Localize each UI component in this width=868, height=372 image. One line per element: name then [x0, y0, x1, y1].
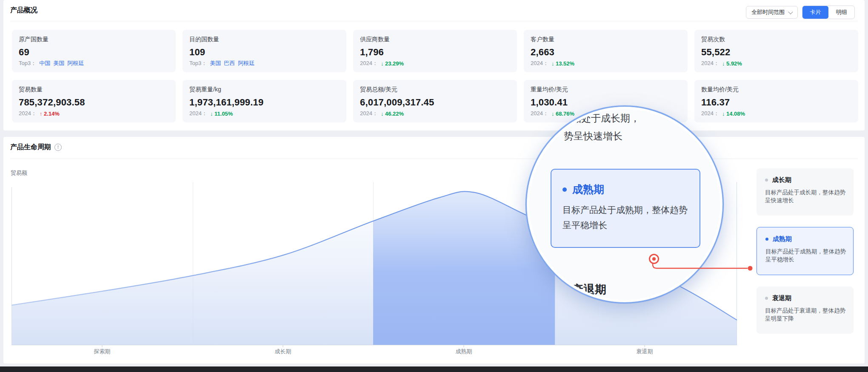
lifecycle-card-maturity-selected[interactable]: 成熟期 目标产品处于成熟期，整体趋势呈平稳增长 — [757, 227, 854, 275]
stat-yoy: 2024： ↓ 68.76% — [531, 110, 574, 117]
lifecycle-card-title-row: 成长期 — [765, 176, 845, 184]
stat-card-trade-count: 贸易次数 55,522 2024： ↓ 5.92% — [694, 30, 858, 72]
trend-value: ↓ 5.92% — [722, 60, 742, 67]
stat-value: 785,372,903.58 — [19, 97, 169, 108]
country-link[interactable]: 美国 — [210, 60, 221, 67]
lifecycle-card-title: 成熟期 — [773, 235, 792, 243]
view-toggle: 卡片 明细 — [802, 6, 855, 19]
stage-label-growth: 成长期 — [266, 348, 300, 355]
country-link[interactable]: 美国 — [53, 60, 64, 67]
stage-dot-icon — [765, 238, 768, 241]
stage-label-maturity: 成熟期 — [447, 348, 481, 355]
time-range-value: 全部时间范围 — [751, 9, 785, 16]
stat-yoy: 2024： ↓ 23.29% — [360, 60, 404, 67]
chart-y-axis-label: 贸易额 — [11, 169, 27, 177]
magnified-growth-text-line2: 势呈快速增长 — [564, 130, 622, 143]
stage-label-decline: 衰退期 — [628, 348, 662, 355]
stat-value: 1,796 — [360, 47, 510, 58]
lifecycle-card-title-row: 成熟期 — [765, 235, 845, 243]
stat-label: 重量均价/美元 — [531, 86, 681, 94]
stat-yoy: 2024： ↓ 13.52% — [531, 60, 574, 67]
anchor-ring-icon — [649, 254, 659, 264]
lifecycle-card-growth[interactable]: 成长期 目标产品处于成长期，整体趋势呈快速增长 — [757, 168, 854, 216]
stat-top3: Top3： 美国 巴西 阿根廷 — [189, 60, 254, 67]
stat-label: 贸易数量 — [19, 86, 169, 94]
magnified-card-desc: 目标产品处于成熟期，整体趋势呈平稳增长 — [562, 202, 688, 233]
stat-value: 55,522 — [701, 47, 851, 58]
overview-controls: 全部时间范围 卡片 明细 — [746, 6, 855, 19]
year-label: 2024： — [19, 110, 37, 117]
stat-value: 1,030.41 — [531, 97, 681, 108]
divider — [10, 21, 858, 21]
product-overview-panel: 产品概况 全部时间范围 卡片 明细 原产国数量 69 Top3： 中国 美国 阿… — [3, 0, 865, 131]
country-link[interactable]: 阿根廷 — [67, 60, 84, 67]
year-label: 2024： — [531, 60, 548, 67]
lifecycle-card-desc: 目标产品处于衰退期，整体趋势呈明显下降 — [765, 307, 846, 323]
stat-value: 6,017,009,317.45 — [360, 97, 510, 108]
magnified-card-title-row: 成熟期 — [562, 182, 688, 196]
stat-label: 贸易次数 — [701, 36, 851, 43]
stat-yoy: 2024： ↑ 2.14% — [19, 110, 60, 117]
stat-value: 2,663 — [531, 47, 681, 58]
stage-label-exploration: 探索期 — [85, 348, 119, 355]
view-toggle-detail-button[interactable]: 明细 — [828, 6, 854, 19]
stat-label: 数量均价/美元 — [701, 86, 851, 94]
lifecycle-title-row: 产品生命周期 ! — [10, 143, 62, 152]
view-toggle-card-button[interactable]: 卡片 — [802, 6, 828, 19]
trend-value: ↓ 46.22% — [381, 111, 404, 117]
stat-card-trade-amount: 贸易总额/美元 6,017,009,317.45 2024： ↓ 46.22% — [353, 80, 517, 122]
top3-label: Top3： — [19, 60, 36, 67]
lifecycle-card-desc: 目标产品处于成长期，整体趋势呈快速增长 — [765, 188, 846, 204]
year-label: 2024： — [360, 110, 378, 117]
stat-yoy: 2024： ↓ 14.08% — [701, 110, 745, 117]
year-label: 2024： — [531, 110, 548, 117]
stat-label: 目的国数量 — [189, 36, 340, 43]
country-link[interactable]: 中国 — [39, 60, 50, 67]
year-label: 2024： — [701, 110, 719, 117]
country-link[interactable]: 阿根廷 — [238, 60, 254, 67]
year-label: 2024： — [360, 60, 378, 67]
country-link[interactable]: 巴西 — [224, 60, 235, 67]
stage-dot-icon — [765, 179, 768, 182]
stage-dot-icon — [765, 297, 768, 300]
lifecycle-card-decline[interactable]: 衰退期 目标产品处于衰退期，整体趋势呈明显下降 — [757, 287, 854, 334]
trend-value: ↓ 14.08% — [722, 111, 745, 117]
magnified-maturity-card: 成熟期 目标产品处于成熟期，整体趋势呈平稳增长 — [551, 169, 700, 248]
lifecycle-card-desc: 目标产品处于成熟期，整体趋势呈平稳增长 — [765, 247, 846, 264]
trend-value: ↑ 2.14% — [40, 111, 60, 117]
stat-value: 1,973,161,999.19 — [189, 97, 340, 108]
bottom-window-edge — [0, 366, 868, 372]
info-icon[interactable]: ! — [54, 144, 62, 151]
trend-value: ↓ 68.76% — [551, 111, 574, 117]
product-lifecycle-panel: 产品生命周期 ! 贸易额 — [3, 137, 865, 363]
lifecycle-card-title: 衰退期 — [772, 294, 791, 302]
magnifier-content: 品处于成长期， 势呈快速增长 成熟期 目标产品处于成熟期，整体趋势呈平稳增长 衰… — [529, 109, 720, 300]
stat-card-customers: 客户数量 2,663 2024： ↓ 13.52% — [524, 30, 688, 72]
stat-card-trade-quantity: 贸易数量 785,372,903.58 2024： ↑ 2.14% — [12, 80, 176, 122]
trend-value: ↓ 23.29% — [381, 60, 404, 67]
stat-card-suppliers: 供应商数量 1,796 2024： ↓ 23.29% — [353, 30, 517, 72]
stat-card-trade-weight: 贸易重量/kg 1,973,161,999.19 2024： ↓ 11.05% — [183, 80, 346, 122]
stat-label: 贸易总额/美元 — [360, 86, 510, 94]
dashboard-page: 产品概况 全部时间范围 卡片 明细 原产国数量 69 Top3： 中国 美国 阿… — [0, 0, 868, 372]
lifecycle-card-title-row: 衰退期 — [765, 294, 845, 302]
year-label: 2024： — [701, 60, 719, 67]
stat-card-quantity-avg-price: 数量均价/美元 116.37 2024： ↓ 14.08% — [694, 80, 858, 122]
stat-card-grid: 原产国数量 69 Top3： 中国 美国 阿根廷 目的国数量 109 Top3：… — [12, 30, 858, 122]
chevron-down-icon — [788, 9, 793, 14]
stat-card-destination-countries: 目的国数量 109 Top3： 美国 巴西 阿根廷 — [183, 30, 346, 72]
divider — [10, 159, 858, 159]
stat-label: 原产国数量 — [19, 36, 169, 43]
time-range-select[interactable]: 全部时间范围 — [746, 6, 798, 19]
stat-label: 贸易重量/kg — [189, 86, 340, 94]
stat-value: 109 — [189, 47, 340, 58]
year-label: 2024： — [189, 110, 207, 117]
stat-card-origin-countries: 原产国数量 69 Top3： 中国 美国 阿根廷 — [12, 30, 176, 72]
stat-yoy: 2024： ↓ 46.22% — [360, 110, 404, 117]
magnifier-lens: 品处于成长期， 势呈快速增长 成熟期 目标产品处于成熟期，整体趋势呈平稳增长 衰… — [525, 105, 724, 304]
lifecycle-title: 产品生命周期 — [10, 143, 51, 152]
stat-label: 客户数量 — [531, 36, 681, 43]
stat-top3: Top3： 中国 美国 阿根廷 — [19, 60, 84, 67]
stat-yoy: 2024： ↓ 5.92% — [701, 60, 742, 67]
trend-value: ↓ 11.05% — [210, 111, 233, 117]
